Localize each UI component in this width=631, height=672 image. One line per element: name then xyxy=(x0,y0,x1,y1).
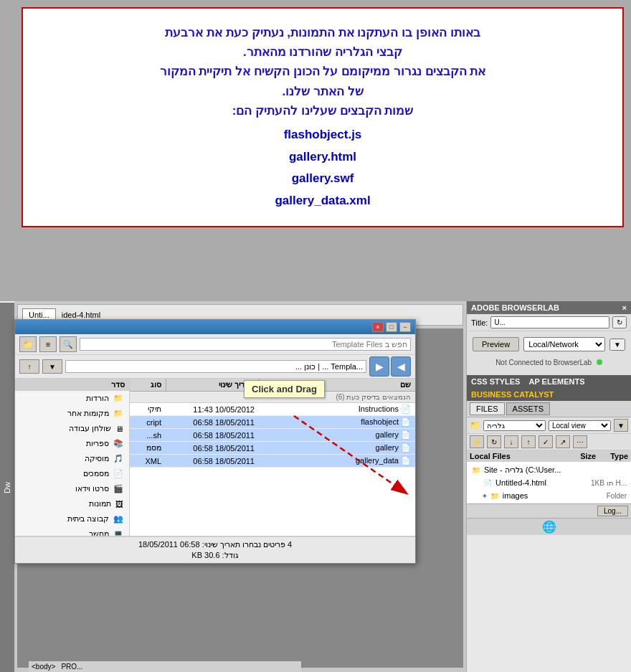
view-select[interactable]: Local view xyxy=(549,420,611,431)
left-item-desktop[interactable]: 🖥 שולחן עבודה xyxy=(15,421,129,436)
file-icons-row: ⚡ ↻ ↓ ↑ ✓ ↗ ⋯ xyxy=(467,434,631,450)
size-header: Size xyxy=(580,452,596,460)
left-item-music[interactable]: 🎵 מוסיקה xyxy=(15,451,129,466)
tree-item-site[interactable]: 📁 Site - גלריה (C:\User... xyxy=(468,463,630,476)
left-item-computer[interactable]: 💻 מחשב xyxy=(15,526,129,536)
file-icon-gallery-xml: 📄 xyxy=(401,456,411,465)
left-item-downloads[interactable]: 📁 הורדות xyxy=(15,391,129,406)
dialog-left-panel: סדר 📁 הורדות 📁 מקומות אחר 🖥 שולחן עבודה … xyxy=(15,379,130,536)
css-styles-tab[interactable]: CSS STYLES xyxy=(471,377,520,386)
file-date-instructions: 10/05/2012 11:43 xyxy=(166,404,259,415)
up-btn[interactable]: ↑ xyxy=(19,359,39,374)
refresh-btn[interactable]: ↻ xyxy=(612,316,627,328)
connect-btn[interactable]: ⚡ xyxy=(470,435,484,448)
new-folder-btn[interactable]: 📁 xyxy=(19,336,37,352)
file-icon-flashobject: 📄 xyxy=(401,417,411,426)
desktop-icon: 🖥 xyxy=(115,425,123,433)
log-btn[interactable]: Log... xyxy=(597,506,628,516)
filename2: gallery.html xyxy=(44,146,601,169)
file-name-gallery-xml: 📄 gallery_data xyxy=(259,455,415,467)
left-item-libraries[interactable]: 📚 ספריות xyxy=(15,436,129,451)
preview-select[interactable]: Local/Network xyxy=(523,337,605,351)
expand-panel-icon[interactable]: 🌐 xyxy=(542,520,556,534)
tree-item-html[interactable]: 📄 Untitled-4.html 1KB תו H... xyxy=(468,476,630,489)
docs-icon: 📄 xyxy=(113,469,123,478)
folder-icon: 📁 xyxy=(470,420,480,430)
location-dropdown-btn[interactable]: ▼ xyxy=(42,359,62,374)
file-type-instructions: תיקי xyxy=(130,403,166,415)
left-item-homegroup[interactable]: 👥 קבוצה ביתית xyxy=(15,511,129,526)
file-icon-instructions: 📄 xyxy=(401,404,411,413)
checkout-btn[interactable]: ↗ xyxy=(556,435,570,448)
assets-tab[interactable]: ASSETS xyxy=(506,402,550,415)
images-label: images xyxy=(503,491,528,500)
status-line2: גודל: 30.6 KB xyxy=(191,551,238,560)
nav-arrows: ◀ ▶ xyxy=(369,356,411,377)
checkin-btn[interactable]: ✓ xyxy=(539,435,553,448)
dialog-location-bar: ◀ ▶ ▼ ↑ xyxy=(15,355,415,379)
local-files-header: Local Files Size Type xyxy=(467,450,631,462)
preview-row: Preview Local/Network ▼ xyxy=(473,337,625,351)
computer-icon: 💻 xyxy=(113,529,123,536)
pictures-icon: 🖼 xyxy=(115,500,123,508)
file-icon-gallery-html: 📄 xyxy=(401,430,411,439)
other-folder-icon: 📁 xyxy=(113,409,123,418)
ap-elements-tab[interactable]: AP ELEMENTS xyxy=(528,377,584,386)
left-item-pictures[interactable]: 🖼 תמונות xyxy=(15,496,129,511)
expand-btn[interactable]: ▼ xyxy=(614,419,628,432)
dialog-close-buttons: × □ − xyxy=(372,322,411,332)
nav-forward-btn[interactable]: ▶ xyxy=(369,356,389,377)
put-btn[interactable]: ↑ xyxy=(521,435,536,448)
dropdown-arrow[interactable]: ▼ xyxy=(609,339,625,351)
files-tab[interactable]: FILES xyxy=(470,402,505,415)
browserlab-close-icon[interactable]: × xyxy=(622,303,627,312)
left-item-videos[interactable]: 🎬 סרטו וידאו xyxy=(15,481,129,496)
dialog-restore-btn[interactable]: □ xyxy=(386,322,397,332)
more-btn[interactable]: ⋯ xyxy=(573,435,587,448)
left-item-other[interactable]: 📁 מקומות אחר xyxy=(15,406,129,421)
local-files-label: Local Files xyxy=(470,452,511,460)
nav-back-btn[interactable]: ◀ xyxy=(391,356,411,377)
tag-indicator: <body> xyxy=(32,663,55,671)
refresh-files-btn[interactable]: ↻ xyxy=(487,435,501,448)
file-row-gallery-xml[interactable]: 📄 gallery_data 18/05/2011 06:58 XML xyxy=(130,455,415,468)
file-icon-gallery-swf: 📄 xyxy=(401,443,411,452)
view-toggle-btn[interactable]: ≡ xyxy=(39,336,57,352)
html-tab[interactable]: ided-4.html xyxy=(62,311,100,319)
connection-status-dot xyxy=(597,359,602,365)
dialog-titlebar: × □ − xyxy=(15,320,415,334)
file-type-gallery-html: sh... xyxy=(130,430,166,441)
downloads-folder-icon: 📁 xyxy=(113,394,123,403)
dialog-search-input[interactable] xyxy=(80,338,411,351)
file-type-flashobject: cript xyxy=(130,417,166,428)
file-name-gallery-html: 📄 gallery xyxy=(259,429,415,441)
files-assets-bar: FILES ASSETS xyxy=(467,401,631,417)
file-row-instructions[interactable]: 📄 Instructions 10/05/2012 11:43 תיקי xyxy=(130,403,415,416)
col-name-header[interactable]: שם xyxy=(259,379,415,391)
preview-button[interactable]: Preview xyxy=(473,337,519,351)
file-tree: 📁 Site - גלריה (C:\User... 📄 Untitled-4.… xyxy=(467,462,631,503)
dialog-close-btn[interactable]: × xyxy=(372,322,384,332)
file-row-gallery-html[interactable]: 📄 gallery 18/05/2011 06:58 sh... xyxy=(130,429,415,442)
col-type-header[interactable]: סוג xyxy=(130,379,166,391)
type-header: Type xyxy=(610,452,628,460)
title-input[interactable] xyxy=(490,316,609,328)
business-catalyst-label: BUSINESS CATALYST xyxy=(471,390,554,399)
file-row-gallery-swf[interactable]: 📄 gallery 18/05/2011 06:58 מסמ xyxy=(130,442,415,455)
col-date-header[interactable]: תאריך שינוי xyxy=(166,379,259,391)
libraries-icon: 📚 xyxy=(113,439,123,448)
left-item-docs[interactable]: 📄 מסמכים xyxy=(15,466,129,481)
dialog-search-bar: 🔍 ≡ 📁 xyxy=(15,334,415,355)
dialog-file-list: שם תאריך שינוי סוג הנמצאים בדיסק כעת (6)… xyxy=(130,379,415,536)
get-btn[interactable]: ↓ xyxy=(504,435,518,448)
gallery-select[interactable]: גלריה xyxy=(483,420,546,431)
file-row-flashobject[interactable]: 📄 flashobject 18/05/2011 06:58 cript xyxy=(130,416,415,429)
expand-icon: + xyxy=(483,492,487,500)
search-icon-btn[interactable]: 🔍 xyxy=(60,336,77,352)
location-input[interactable] xyxy=(65,360,366,373)
dialog-minimize-btn[interactable]: − xyxy=(399,322,411,332)
browserlab-title: ADOBE BROWSERLAB xyxy=(471,303,559,312)
instruction-line5: שמות הקבצים שעלינו להעתיק הם: xyxy=(44,101,601,120)
tree-item-images[interactable]: + 📁 images Folder xyxy=(468,489,630,502)
homegroup-icon: 👥 xyxy=(113,514,123,524)
